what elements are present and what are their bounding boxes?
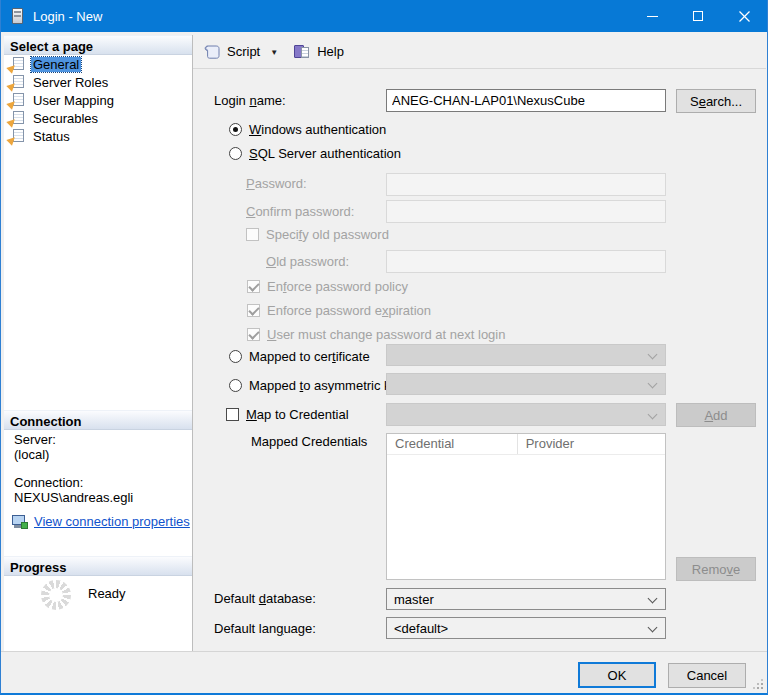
window-controls: [629, 0, 767, 32]
resize-grip[interactable]: [752, 678, 764, 690]
progress-status: Ready: [88, 586, 126, 601]
server-value: (local): [14, 447, 49, 462]
connection-header: Connection: [4, 410, 192, 430]
progress-header: Progress: [4, 556, 192, 576]
enforce-policy-checkbox: Enforce password policy: [247, 279, 408, 294]
connection-properties-icon: [12, 515, 28, 529]
default-language-label: Default language:: [214, 621, 316, 636]
sidebar-item-label: Securables: [31, 111, 100, 126]
radio-icon: [229, 350, 242, 363]
titlebar: Login - New: [1, 0, 767, 32]
server-label: Server:: [14, 432, 56, 447]
connection-value: NEXUS\andreas.egli: [14, 490, 133, 505]
checkbox-icon: [226, 408, 239, 421]
must-change-checkbox: User must change password at next login: [247, 327, 505, 342]
page-icon: [9, 57, 26, 72]
password-label: Password:: [246, 176, 307, 191]
mapped-asymmetric-radio[interactable]: Mapped to asymmetric key: [229, 378, 404, 393]
help-icon: [294, 44, 311, 60]
default-database-value: master: [394, 592, 434, 607]
radio-icon: [229, 123, 242, 136]
minimize-icon: [647, 16, 658, 17]
login-new-dialog: Login - New Select a page General Server…: [0, 0, 768, 695]
sidebar-item-status[interactable]: Status: [9, 128, 72, 145]
checkbox-icon: [247, 328, 260, 341]
sidebar-item-label: User Mapping: [31, 93, 116, 108]
footer: OK Cancel: [1, 651, 767, 693]
confirm-password-input: [386, 200, 666, 223]
page-icon: [9, 111, 26, 126]
add-button: Add: [676, 403, 756, 427]
chevron-down-icon: [648, 594, 658, 604]
chevron-down-icon: [648, 410, 658, 420]
remove-button: Remove: [676, 557, 756, 581]
chevron-down-icon: [648, 623, 658, 633]
sidebar-item-server-roles[interactable]: Server Roles: [9, 74, 110, 91]
select-a-page-header: Select a page: [4, 35, 192, 55]
close-icon: [739, 11, 750, 22]
script-scroll-icon: [203, 44, 221, 60]
help-button[interactable]: Help: [317, 44, 344, 59]
sidebar-item-label: Server Roles: [31, 75, 110, 90]
mapped-credentials-table[interactable]: Credential Provider: [386, 433, 666, 580]
default-language-value: <default>: [394, 621, 448, 636]
old-password-label: Old password:: [266, 254, 349, 269]
connection-label: Connection:: [14, 475, 83, 490]
login-name-input[interactable]: [386, 89, 666, 112]
chevron-down-icon: [648, 379, 658, 389]
ok-button[interactable]: OK: [578, 662, 656, 688]
server-icon: [12, 8, 23, 24]
script-dropdown-caret[interactable]: ▼: [270, 48, 278, 57]
sidebar-item-user-mapping[interactable]: User Mapping: [9, 92, 116, 109]
column-header-credential: Credential: [387, 434, 518, 454]
maximize-icon: [693, 11, 703, 21]
search-button[interactable]: Search...: [676, 89, 756, 113]
password-input: [386, 173, 666, 196]
confirm-password-label: Confirm password:: [246, 204, 354, 219]
chevron-down-icon: [648, 350, 658, 360]
radio-icon: [229, 147, 242, 160]
checkbox-icon: [247, 280, 260, 293]
radio-icon: [229, 379, 242, 392]
window-title: Login - New: [33, 9, 102, 24]
checkbox-icon: [246, 228, 259, 241]
maximize-button[interactable]: [675, 0, 721, 32]
page-icon: [9, 129, 26, 144]
toolbar: Script ▼ Help: [193, 35, 766, 69]
view-connection-properties-link[interactable]: View connection properties: [34, 514, 190, 529]
sql-auth-radio[interactable]: SQL Server authentication: [229, 146, 401, 161]
sidebar-item-general[interactable]: General: [9, 56, 81, 73]
page-icon: [9, 75, 26, 90]
default-database-select[interactable]: master: [386, 588, 666, 610]
sidebar-item-label: General: [31, 57, 81, 72]
enforce-expiration-checkbox: Enforce password expiration: [247, 303, 431, 318]
mapped-credentials-label: Mapped Credentials: [251, 434, 367, 449]
script-button[interactable]: Script: [227, 44, 260, 59]
login-name-label: Login name:: [214, 93, 286, 108]
old-password-input: [386, 250, 666, 273]
map-credential-select: [386, 403, 666, 426]
sidebar-item-securables[interactable]: Securables: [9, 110, 100, 127]
default-database-label: Default database:: [214, 591, 316, 606]
minimize-button[interactable]: [629, 0, 675, 32]
mapped-asymmetric-select: [386, 373, 666, 395]
column-header-provider: Provider: [518, 434, 665, 454]
progress-spinner-icon: [41, 580, 71, 610]
default-language-select[interactable]: <default>: [386, 617, 666, 639]
mapped-certificate-radio[interactable]: Mapped to certificate: [229, 349, 370, 364]
checkbox-icon: [247, 304, 260, 317]
specify-old-password-checkbox: Specify old password: [246, 227, 389, 242]
content-panel: Script ▼ Help Login name: Search... Wind…: [193, 35, 766, 651]
windows-auth-radio[interactable]: Windows authentication: [229, 122, 386, 137]
table-header: Credential Provider: [387, 434, 665, 455]
page-icon: [9, 93, 26, 108]
sidebar: Select a page General Server Roles User …: [4, 35, 193, 651]
sidebar-item-label: Status: [31, 129, 72, 144]
map-credential-checkbox[interactable]: Map to Credential: [226, 407, 349, 422]
cancel-button[interactable]: Cancel: [668, 663, 746, 688]
mapped-certificate-select: [386, 344, 666, 366]
close-button[interactable]: [721, 0, 767, 32]
